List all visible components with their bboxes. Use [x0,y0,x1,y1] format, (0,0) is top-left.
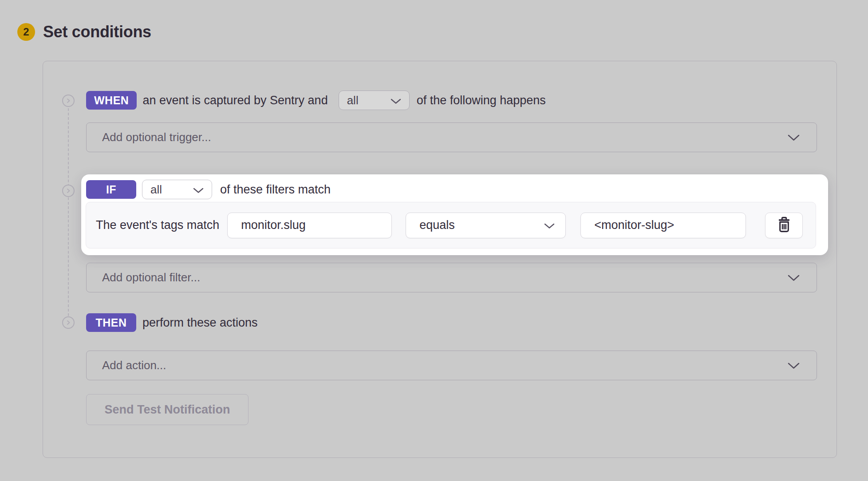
chevron-down-icon [788,130,800,144]
filter-value-input[interactable] [580,213,746,238]
when-match-value: all [347,94,359,107]
step-number-badge: 2 [17,23,35,41]
add-action-placeholder: Add action... [102,359,166,372]
when-text-after: of the following happens [417,94,546,107]
add-action-select[interactable]: Add action... [86,351,817,380]
filter-label: The event's tags match [96,218,219,232]
chevron-down-icon [384,94,401,107]
section-header: 2 Set conditions [17,23,151,41]
chevron-down-icon [788,271,800,284]
when-collapse-toggle[interactable] [62,95,75,107]
if-match-select[interactable]: all [142,180,212,199]
send-test-notification-button[interactable]: Send Test Notification [86,394,249,425]
if-text-after: of these filters match [220,183,331,197]
trash-icon [777,216,792,235]
if-badge: IF [86,180,136,199]
chevron-right-icon [65,188,71,194]
add-trigger-select[interactable]: Add optional trigger... [86,122,817,152]
delete-filter-button[interactable] [765,213,803,238]
if-condition-card: IF all of these filters match The event'… [81,174,828,255]
chevron-down-icon [187,183,204,197]
when-match-select[interactable]: all [339,91,410,110]
filter-key-input[interactable] [227,213,392,238]
filter-row: The event's tags match equals [86,202,816,248]
conditions-panel: WHEN an event is captured by Sentry and … [43,61,837,458]
chevron-right-icon [65,98,71,104]
step-connector-line [68,108,69,316]
filter-operator-select[interactable]: equals [406,213,566,238]
when-badge: WHEN [86,91,137,110]
chevron-right-icon [65,319,71,326]
if-row: IF all of these filters match [86,180,331,199]
chevron-down-icon [788,359,800,372]
chevron-down-icon [544,218,555,232]
then-collapse-toggle[interactable] [62,316,75,329]
filter-operator-value: equals [419,218,455,232]
then-badge: THEN [86,313,136,332]
add-trigger-placeholder: Add optional trigger... [102,130,211,144]
if-collapse-toggle[interactable] [62,185,75,197]
when-row: WHEN an event is captured by Sentry and … [86,91,546,110]
add-filter-placeholder: Add optional filter... [102,271,200,284]
then-row: THEN perform these actions [86,313,258,332]
if-match-value: all [150,183,162,197]
page-title: Set conditions [43,23,151,41]
then-text-after: perform these actions [142,316,258,330]
when-text-before: an event is captured by Sentry and [142,94,327,107]
add-filter-select[interactable]: Add optional filter... [86,263,817,292]
